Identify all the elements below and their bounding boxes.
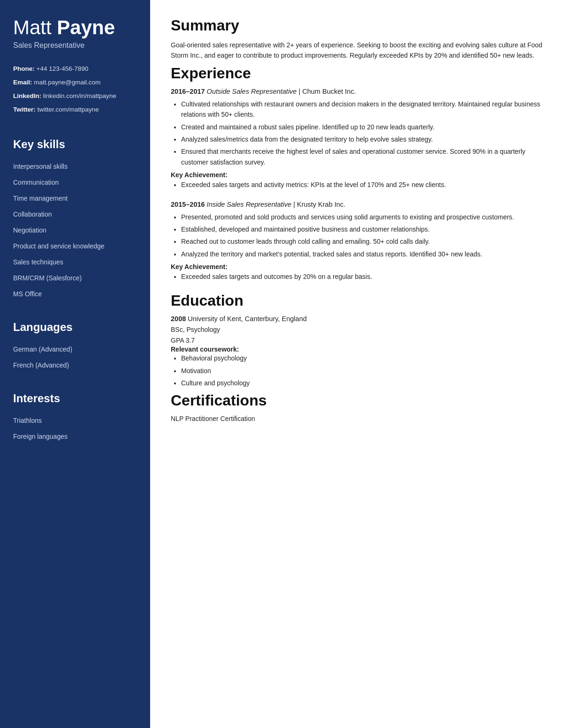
edu-header: 2008 University of Kent, Canterbury, Eng… bbox=[171, 315, 542, 323]
exp-header: 2016–2017 Outside Sales Representative |… bbox=[171, 88, 542, 95]
exp-bullets: Presented, promoted and sold products an… bbox=[181, 212, 542, 260]
email-item: Email: matt.payne@gmail.com bbox=[13, 78, 137, 87]
key-achievement-label: Key Achievement: bbox=[171, 263, 542, 270]
education-container: 2008 University of Kent, Canterbury, Eng… bbox=[171, 315, 542, 388]
edu-gpa: GPA 3.7 bbox=[171, 335, 542, 345]
key-achievement-bullet: Exceeded sales targets and outcomes by 2… bbox=[181, 271, 542, 282]
coursework-item: Behavioral psychology bbox=[181, 353, 542, 363]
languages-title: Languages bbox=[13, 321, 137, 334]
skill-item: BRM/CRM (Salesforce) bbox=[13, 270, 137, 286]
key-achievement-bullet: Exceeded sales targets and activity metr… bbox=[181, 180, 542, 190]
certifications-title: Certifications bbox=[171, 392, 542, 409]
exp-bullet: Created and maintained a robust sales pi… bbox=[181, 122, 542, 132]
summary-title: Summary bbox=[171, 17, 542, 34]
exp-bullets: Cultivated relationships with restaurant… bbox=[181, 99, 542, 167]
full-name: Matt Payne bbox=[13, 17, 137, 38]
experience-section: Experience 2016–2017 Outside Sales Repre… bbox=[171, 65, 542, 282]
skill-item: Product and service knowledge bbox=[13, 238, 137, 254]
contact-section: Phone: +44 123-456-7890 Email: matt.payn… bbox=[13, 65, 137, 119]
exp-bullet: Cultivated relationships with restaurant… bbox=[181, 99, 542, 120]
exp-bullet: Reached out to customer leads through co… bbox=[181, 236, 542, 247]
phone-value: +44 123-456-7890 bbox=[37, 65, 89, 72]
education-entry: 2008 University of Kent, Canterbury, Eng… bbox=[171, 315, 542, 388]
exp-bullet: Analyzed the territory and market's pote… bbox=[181, 249, 542, 259]
skill-item: MS Office bbox=[13, 286, 137, 302]
experience-entry: 2015–2016 Inside Sales Representative | … bbox=[171, 201, 542, 282]
languages-section: Languages German (Advanced)French (Advan… bbox=[13, 319, 137, 390]
certifications-container: NLP Practitioner Certification bbox=[171, 415, 542, 422]
experience-title: Experience bbox=[171, 65, 542, 82]
exp-bullet: Ensured that merchants receive the highe… bbox=[181, 146, 542, 167]
key-achievement-label: Key Achievement: bbox=[171, 171, 542, 179]
edu-year: 2008 bbox=[171, 315, 186, 323]
twitter-value: twitter.com/mattpayne bbox=[38, 106, 99, 113]
last-name: Payne bbox=[57, 16, 115, 38]
education-section: Education 2008 University of Kent, Cante… bbox=[171, 292, 542, 388]
skill-item: Time management bbox=[13, 190, 137, 206]
skill-item: Sales techniques bbox=[13, 254, 137, 270]
edu-degree: BSc, Psychology bbox=[171, 324, 542, 335]
relevant-coursework-label: Relevant coursework: bbox=[171, 345, 542, 353]
interest-item: Foreign languages bbox=[13, 428, 137, 444]
exp-role: Inside Sales Representative bbox=[207, 201, 292, 208]
certifications-section: Certifications NLP Practitioner Certific… bbox=[171, 392, 542, 422]
summary-section: Summary Goal-oriented sales representati… bbox=[171, 17, 542, 61]
linkedin-label: LinkedIn: bbox=[13, 92, 41, 99]
edu-institution: University of Kent, Canterbury, England bbox=[188, 315, 307, 323]
exp-header: 2015–2016 Inside Sales Representative | … bbox=[171, 201, 542, 208]
email-label: Email: bbox=[13, 79, 32, 86]
interest-item: Triathlons bbox=[13, 413, 137, 428]
phone-item: Phone: +44 123-456-7890 bbox=[13, 65, 137, 74]
sidebar: Matt Payne Sales Representative Phone: +… bbox=[0, 0, 150, 728]
key-achievement-bullets: Exceeded sales targets and activity metr… bbox=[181, 180, 542, 190]
skill-item: Collaboration bbox=[13, 206, 137, 222]
skill-item: Interpersonal skills bbox=[13, 158, 137, 174]
twitter-item: Twitter: twitter.com/mattpayne bbox=[13, 105, 137, 114]
experience-container: 2016–2017 Outside Sales Representative |… bbox=[171, 88, 542, 282]
exp-company: Chum Bucket Inc. bbox=[302, 88, 356, 95]
interests-title: Interests bbox=[13, 392, 137, 405]
skill-item: Communication bbox=[13, 174, 137, 190]
key-achievement-bullets: Exceeded sales targets and outcomes by 2… bbox=[181, 271, 542, 282]
experience-entry: 2016–2017 Outside Sales Representative |… bbox=[171, 88, 542, 190]
skill-item: Negotiation bbox=[13, 222, 137, 238]
linkedin-value: linkedin.com/in/mattpayne bbox=[43, 92, 116, 99]
first-name: Matt bbox=[13, 16, 57, 38]
language-item: German (Advanced) bbox=[13, 341, 137, 357]
email-value: matt.payne@gmail.com bbox=[34, 79, 100, 86]
exp-role: Outside Sales Representative bbox=[207, 88, 297, 95]
coursework-item: Culture and psychology bbox=[181, 378, 542, 388]
main-content: Summary Goal-oriented sales representati… bbox=[150, 0, 563, 728]
interests-section: Interests TriathlonsForeign languages bbox=[13, 390, 137, 444]
education-title: Education bbox=[171, 292, 542, 309]
exp-years: 2015–2016 bbox=[171, 201, 205, 208]
interests-list: TriathlonsForeign languages bbox=[13, 413, 137, 444]
twitter-label: Twitter: bbox=[13, 106, 36, 113]
skills-title: Key skills bbox=[13, 138, 137, 151]
skills-section: Key skills Interpersonal skillsCommunica… bbox=[13, 136, 137, 319]
coursework-list: Behavioral psychologyMotivationCulture a… bbox=[181, 353, 542, 388]
certification-item: NLP Practitioner Certification bbox=[171, 415, 542, 422]
exp-company: Krusty Krab Inc. bbox=[297, 201, 345, 208]
language-item: French (Advanced) bbox=[13, 357, 137, 373]
skills-list: Interpersonal skillsCommunicationTime ma… bbox=[13, 158, 137, 302]
languages-list: German (Advanced)French (Advanced) bbox=[13, 341, 137, 373]
exp-bullet: Presented, promoted and sold products an… bbox=[181, 212, 542, 222]
linkedin-item: LinkedIn: linkedin.com/in/mattpayne bbox=[13, 92, 137, 101]
coursework-item: Motivation bbox=[181, 366, 542, 376]
name-block: Matt Payne Sales Representative bbox=[13, 17, 137, 65]
job-title: Sales Representative bbox=[13, 41, 137, 50]
exp-bullet: Analyzed sales/metrics data from the des… bbox=[181, 134, 542, 144]
exp-years: 2016–2017 bbox=[171, 88, 205, 95]
phone-label: Phone: bbox=[13, 65, 35, 72]
summary-text: Goal-oriented sales representative with … bbox=[171, 40, 542, 61]
exp-bullet: Established, developed and maintained po… bbox=[181, 224, 542, 234]
